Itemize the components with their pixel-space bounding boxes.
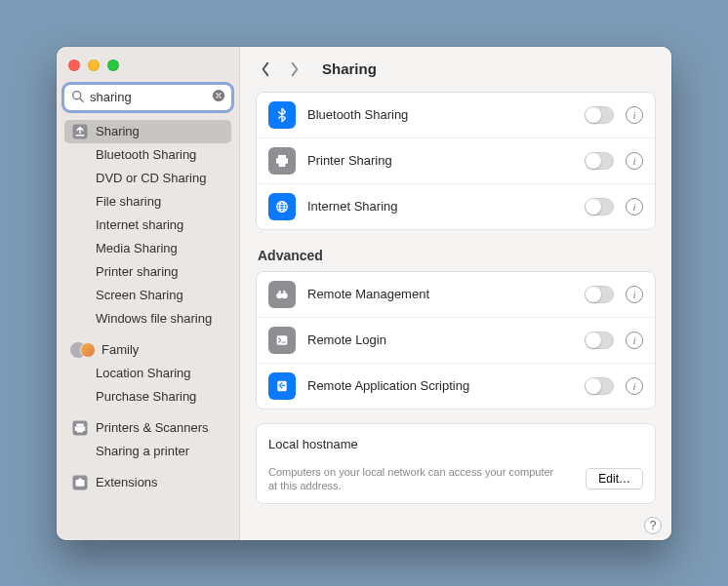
sidebar-item-label: Screen Sharing [96,288,183,302]
row-printer-sharing[interactable]: Printer Sharing i [257,137,655,183]
sidebar-item-extensions[interactable]: Extensions [64,471,231,494]
printer-icon [70,418,90,438]
remote-login-info[interactable]: i [626,332,643,349]
svg-line-1 [80,98,83,100]
binoculars-icon [268,281,296,308]
sidebar-item-sharing[interactable]: Sharing [64,120,231,143]
row-bluetooth-sharing[interactable]: Bluetooth Sharing i [257,93,655,137]
sidebar-item-label: Purchase Sharing [96,389,196,404]
printer-sharing-info[interactable]: i [626,152,643,170]
remote-login-toggle[interactable] [585,332,614,349]
remote-scripting-toggle[interactable] [585,377,614,395]
row-label: Internet Sharing [307,199,573,214]
row-remote-management[interactable]: Remote Management i [257,272,655,317]
sidebar-item-label: Sharing a printer [96,444,189,458]
internet-sharing-toggle[interactable] [585,198,614,215]
svg-point-10 [78,478,82,482]
row-remote-scripting[interactable]: Remote Application Scripting i [257,363,655,409]
sidebar-item-location-sharing[interactable]: Location Sharing [64,362,231,385]
hostname-panel: Local hostname Computers on your local n… [256,423,656,505]
globe-icon [268,193,296,220]
printer-sharing-toggle[interactable] [585,152,614,170]
sidebar: Sharing Bluetooth Sharing DVD or CD Shar… [57,47,240,540]
minimize-window-button[interactable] [88,59,100,71]
sidebar-item-printers-scanners[interactable]: Printers & Scanners [64,416,231,440]
svg-rect-5 [76,423,84,426]
sidebar-item-label: Printers & Scanners [96,420,209,435]
search-input[interactable] [64,85,231,110]
row-remote-login[interactable]: Remote Login i [257,317,655,363]
sidebar-item-label: Windows file sharing [96,311,212,326]
sharing-services-panel: Bluetooth Sharing i Printer Sharing i [256,92,656,230]
toolbar: Sharing [240,47,671,92]
clear-search-icon[interactable] [212,89,225,106]
terminal-icon [268,327,296,354]
main-content: Sharing Bluetooth Sharing i Printer S [240,47,671,540]
family-avatar-icon [70,342,96,358]
hostname-value [370,434,643,455]
sidebar-item-screen-sharing[interactable]: Screen Sharing [64,284,231,307]
remote-management-toggle[interactable] [585,286,614,303]
sidebar-item-bluetooth-sharing[interactable]: Bluetooth Sharing [64,143,231,167]
svg-rect-11 [278,155,286,158]
sidebar-item-windows-file-sharing[interactable]: Windows file sharing [64,307,231,331]
sidebar-item-label: Extensions [96,475,158,489]
back-button[interactable] [254,58,277,81]
search-field-wrapper [64,85,231,110]
row-label: Bluetooth Sharing [307,107,573,122]
svg-rect-13 [279,162,286,167]
remote-scripting-info[interactable]: i [626,377,643,395]
sidebar-item-label: Internet sharing [96,217,183,232]
row-label: Printer Sharing [307,153,573,168]
page-title: Sharing [322,60,377,77]
printer-icon [268,147,296,175]
bluetooth-sharing-toggle[interactable] [585,106,614,124]
extensions-icon [70,473,90,492]
script-icon [268,372,296,400]
sidebar-item-file-sharing[interactable]: File sharing [64,190,231,214]
sidebar-item-sharing-a-printer[interactable]: Sharing a printer [64,440,231,463]
sidebar-item-internet-sharing[interactable]: Internet sharing [64,214,231,237]
sidebar-item-label: Media Sharing [96,241,178,255]
sidebar-item-purchase-sharing[interactable]: Purchase Sharing [64,385,231,409]
sidebar-item-dvd-cd-sharing[interactable]: DVD or CD Sharing [64,167,231,190]
window-controls [64,57,231,85]
svg-rect-7 [77,429,83,432]
zoom-window-button[interactable] [107,59,119,71]
sidebar-item-label: File sharing [96,194,161,209]
search-results-list: Sharing Bluetooth Sharing DVD or CD Shar… [64,120,231,494]
bluetooth-sharing-info[interactable]: i [626,106,643,124]
svg-rect-18 [279,291,281,293]
help-button[interactable]: ? [644,517,662,534]
sidebar-item-label: Bluetooth Sharing [96,147,196,162]
sidebar-item-label: Location Sharing [96,366,191,380]
sidebar-item-label: Family [101,342,139,357]
sidebar-item-label: Sharing [96,124,140,138]
hostname-description: Computers on your local network can acce… [268,465,561,494]
settings-window: Sharing Bluetooth Sharing DVD or CD Shar… [57,47,671,540]
row-label: Remote Login [307,332,573,347]
row-label: Remote Management [307,287,573,301]
sidebar-item-label: DVD or CD Sharing [96,171,206,185]
advanced-services-panel: Remote Management i Remote Login i [256,271,656,410]
sidebar-item-family[interactable]: Family [64,338,231,362]
row-label: Remote Application Scripting [307,378,573,393]
sidebar-item-label: Printer sharing [96,264,179,279]
sidebar-item-media-sharing[interactable]: Media Sharing [64,237,231,260]
hostname-label: Local hostname [268,437,358,451]
search-icon [71,89,84,106]
bluetooth-icon [268,101,296,129]
forward-button[interactable] [283,58,306,81]
close-window-button[interactable] [68,59,80,71]
remote-management-info[interactable]: i [626,286,643,303]
svg-rect-19 [283,291,285,293]
edit-hostname-button[interactable]: Edit… [586,468,643,489]
sidebar-item-printer-sharing[interactable]: Printer sharing [64,260,231,284]
advanced-heading: Advanced [258,248,654,263]
sharing-icon [70,122,90,141]
svg-rect-20 [277,335,288,344]
row-internet-sharing[interactable]: Internet Sharing i [257,183,655,229]
internet-sharing-info[interactable]: i [626,198,643,215]
